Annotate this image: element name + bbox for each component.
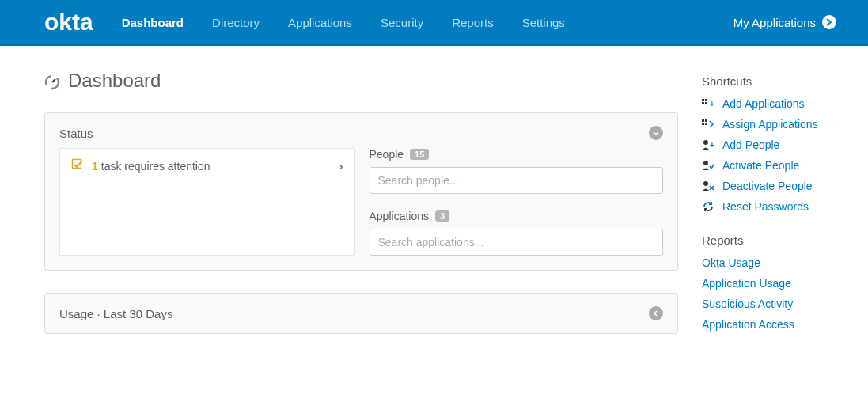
task-row[interactable]: 1 task requires attention › <box>60 149 354 183</box>
status-panel-header: Status <box>45 113 677 148</box>
report-label: Application Usage <box>702 277 791 290</box>
primary-nav: Dashboard Directory Applications Securit… <box>122 16 733 29</box>
svg-rect-5 <box>702 102 704 104</box>
people-label: People <box>370 148 404 161</box>
svg-point-14 <box>703 161 708 165</box>
shortcut-reset-passwords[interactable]: Reset Passwords <box>702 200 836 213</box>
report-label: Suspicious Activity <box>702 298 793 310</box>
nav-reports[interactable]: Reports <box>452 16 494 29</box>
usage-panel-header: Usage · Last 30 Days <box>45 294 677 333</box>
my-applications-label: My Applications <box>733 16 816 29</box>
svg-text:+: + <box>710 100 714 108</box>
svg-text:+: + <box>710 141 714 150</box>
svg-point-12 <box>703 140 708 145</box>
svg-rect-3 <box>702 99 704 101</box>
search-people-input[interactable] <box>370 167 664 194</box>
nav-settings[interactable]: Settings <box>522 16 565 29</box>
shortcut-label: Activate People <box>722 159 799 172</box>
person-plus-icon: + <box>702 139 714 150</box>
shortcut-add-applications[interactable]: + Add Applications <box>702 97 836 110</box>
report-application-access[interactable]: Application Access <box>702 318 836 331</box>
collapse-toggle[interactable] <box>649 306 663 320</box>
reports-heading: Reports <box>702 233 836 247</box>
svg-rect-4 <box>705 99 707 101</box>
report-application-usage[interactable]: Application Usage <box>702 277 836 290</box>
nav-dashboard[interactable]: Dashboard <box>122 16 184 29</box>
brand-logo: okta <box>44 9 93 36</box>
nav-directory[interactable]: Directory <box>212 16 260 29</box>
person-check-icon <box>702 160 714 171</box>
refresh-icon <box>702 201 714 212</box>
people-count-badge: 15 <box>410 149 429 160</box>
svg-rect-8 <box>702 119 704 122</box>
chevron-right-icon: › <box>339 160 343 173</box>
applications-section: Applications 3 <box>370 210 664 256</box>
grid-arrow-icon <box>702 119 714 130</box>
reports-list: Okta Usage Application Usage Suspicious … <box>702 256 836 331</box>
collapse-toggle[interactable] <box>649 126 663 140</box>
applications-count-badge: 3 <box>435 210 449 222</box>
shortcut-label: Deactivate People <box>722 180 813 192</box>
task-text: task requires attention <box>101 160 339 173</box>
usage-panel-title: Usage · Last 30 Days <box>59 307 172 320</box>
svg-rect-9 <box>705 119 707 122</box>
shortcut-label: Add People <box>722 138 779 151</box>
arrow-right-circle-icon <box>822 15 836 29</box>
chevron-down-icon <box>652 129 660 137</box>
shortcut-label: Add Applications <box>722 97 805 110</box>
status-panel: Status 1 task requires attention › <box>44 112 678 271</box>
person-x-icon <box>702 180 714 192</box>
report-okta-usage[interactable]: Okta Usage <box>702 256 836 269</box>
right-sidebar: Shortcuts + Add Applications Assign Appl… <box>702 70 836 356</box>
shortcut-assign-applications[interactable]: Assign Applications <box>702 118 836 131</box>
page-title-text: Dashboard <box>68 70 161 92</box>
dashboard-icon <box>44 73 60 89</box>
shortcut-list: + Add Applications Assign Applications +… <box>702 97 836 213</box>
shortcut-add-people[interactable]: + Add People <box>702 138 836 151</box>
report-label: Application Access <box>702 318 794 331</box>
top-nav: okta Dashboard Directory Applications Se… <box>0 0 868 46</box>
people-section: People 15 <box>370 148 664 194</box>
search-applications-input[interactable] <box>370 229 664 256</box>
svg-line-1 <box>52 79 55 82</box>
usage-panel: Usage · Last 30 Days <box>44 293 678 334</box>
svg-rect-11 <box>705 123 707 125</box>
shortcut-deactivate-people[interactable]: Deactivate People <box>702 180 836 192</box>
nav-applications[interactable]: Applications <box>288 16 352 29</box>
task-count: 1 <box>92 160 98 173</box>
svg-rect-10 <box>702 123 704 125</box>
page-title: Dashboard <box>44 70 678 92</box>
svg-rect-6 <box>705 102 707 104</box>
status-panel-title: Status <box>59 127 93 140</box>
report-suspicious-activity[interactable]: Suspicious Activity <box>702 298 836 310</box>
shortcut-label: Reset Passwords <box>722 200 809 213</box>
chevron-left-icon <box>652 309 660 317</box>
shortcut-activate-people[interactable]: Activate People <box>702 159 836 172</box>
nav-security[interactable]: Security <box>381 16 423 29</box>
attention-icon <box>71 158 84 173</box>
shortcut-label: Assign Applications <box>722 118 818 131</box>
report-label: Okta Usage <box>702 256 760 269</box>
grid-plus-icon: + <box>702 98 714 109</box>
shortcuts-heading: Shortcuts <box>702 74 836 88</box>
applications-label: Applications <box>370 210 430 222</box>
svg-point-15 <box>703 181 708 186</box>
my-applications-link[interactable]: My Applications <box>733 15 836 29</box>
tasks-box: 1 task requires attention › <box>59 148 355 256</box>
